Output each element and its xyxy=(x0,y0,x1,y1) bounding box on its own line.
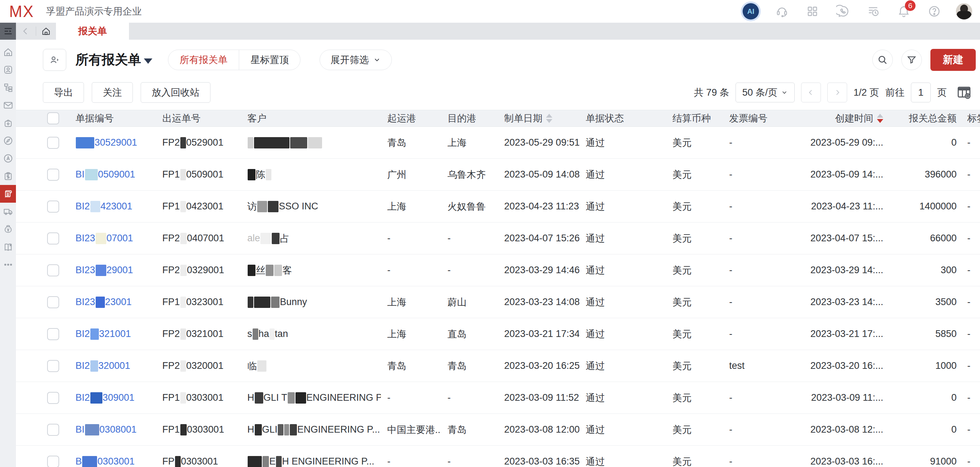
page-size-select[interactable]: 50 条/页 xyxy=(735,83,795,102)
doc-number-link[interactable]: BI2321001 xyxy=(75,328,131,340)
cell-text: 0303001 xyxy=(97,456,135,467)
doc-number-link[interactable]: BI0509001 xyxy=(75,169,135,180)
row-checkbox[interactable] xyxy=(47,392,59,404)
next-page-button[interactable] xyxy=(827,83,847,102)
doc-number-link[interactable]: BI2423001 xyxy=(75,201,132,212)
select-all-checkbox[interactable] xyxy=(47,112,59,124)
doc-number-link[interactable]: BI0308001 xyxy=(75,424,137,435)
tab-customs-declaration[interactable]: 报关单 xyxy=(56,23,129,40)
table-settings-icon xyxy=(956,84,972,100)
sidebar-item-more-dots-icon[interactable] xyxy=(0,256,16,274)
sidebar-item-clipboard-dollar-icon[interactable] xyxy=(0,167,16,185)
redaction-box xyxy=(180,392,186,403)
follow-button[interactable]: 关注 xyxy=(92,82,133,103)
column-header-currency: 结算币种 xyxy=(666,112,723,125)
cell-tag: - xyxy=(961,265,980,276)
doc-number-link[interactable]: BI2320001 xyxy=(75,360,130,372)
owner-filter-button[interactable] xyxy=(43,49,66,71)
cell-currency: 美元 xyxy=(666,200,723,213)
cell-tag: - xyxy=(961,169,980,180)
row-checkbox[interactable] xyxy=(47,296,59,308)
row-checkbox[interactable] xyxy=(47,233,59,244)
tab-bar: 报关单 xyxy=(0,23,980,40)
cell-check xyxy=(16,137,69,149)
sidebar-item-home-icon[interactable] xyxy=(0,43,16,61)
cell-ship: FP10323001 xyxy=(156,296,241,308)
create-button[interactable]: 新建 xyxy=(931,49,976,71)
cell-origin: - xyxy=(381,265,441,276)
cell-created: 2023-03-20 16:... xyxy=(790,360,888,371)
bell-icon[interactable]: 6 xyxy=(896,4,911,19)
export-button[interactable]: 导出 xyxy=(43,82,84,103)
row-checkbox[interactable] xyxy=(47,201,59,213)
redaction-box xyxy=(85,169,98,180)
divider xyxy=(36,27,36,36)
headset-icon[interactable] xyxy=(775,4,789,19)
cell-text: H xyxy=(247,424,255,435)
doc-number-link[interactable]: 30529001 xyxy=(75,137,137,148)
phone-icon[interactable] xyxy=(835,4,850,19)
user-avatar[interactable] xyxy=(956,3,972,19)
row-checkbox[interactable] xyxy=(47,456,59,467)
sidebar-item-money-bag-icon[interactable] xyxy=(0,220,16,238)
doc-number-link[interactable]: BI2329001 xyxy=(75,265,133,276)
sidebar-item-receipt-icon[interactable] xyxy=(0,185,16,203)
todo-clock-icon[interactable] xyxy=(866,4,881,19)
row-checkbox[interactable] xyxy=(47,328,59,340)
sidebar-item-ledger-icon[interactable] xyxy=(0,238,16,256)
app-grid-icon[interactable] xyxy=(805,4,820,19)
help-icon[interactable] xyxy=(927,4,942,19)
cell-origin: - xyxy=(381,233,441,244)
ai-badge-icon[interactable]: AI xyxy=(743,3,759,19)
segment-starred[interactable]: 星标置顶 xyxy=(239,50,300,70)
expand-filter-button[interactable]: 展开筛选 xyxy=(320,49,392,70)
table-row: BI2309001FP10303001HGLI TENGINEERING P..… xyxy=(16,382,980,414)
home-tab-icon[interactable] xyxy=(41,26,51,36)
doc-number-link[interactable]: BI2307001 xyxy=(75,233,133,244)
goto-page-input[interactable] xyxy=(911,83,931,102)
row-checkbox[interactable] xyxy=(47,137,59,149)
table-row: BI2321001FP20321001shatan上海直岛2023-03-21 … xyxy=(16,318,980,350)
doc-number-link[interactable]: BI2323001 xyxy=(75,296,132,308)
cell-created: 2023-04-23 11:... xyxy=(790,201,888,212)
redaction-box xyxy=(180,169,186,180)
sidebar-item-circle-a-icon[interactable] xyxy=(0,150,16,167)
row-checkbox[interactable] xyxy=(47,360,59,372)
cell-ship: FP20407001 xyxy=(156,233,241,244)
sort-control-created[interactable] xyxy=(877,114,883,123)
redaction-box xyxy=(180,201,186,212)
sidebar-item-org-chart-icon[interactable] xyxy=(0,79,16,96)
cell-ship: FP0303001 xyxy=(156,456,241,467)
cell-date: 2023-03-08 12:00 xyxy=(498,424,579,435)
sidebar-item-truck-icon[interactable] xyxy=(0,203,16,220)
sidebar-item-mail-icon[interactable] xyxy=(0,96,16,114)
row-checkbox[interactable] xyxy=(47,424,59,436)
row-checkbox[interactable] xyxy=(47,264,59,276)
cell-text: ha xyxy=(259,328,269,339)
cell-text: 23001 xyxy=(105,296,132,308)
cell-ship: FP20529001 xyxy=(156,137,241,148)
row-checkbox[interactable] xyxy=(47,169,59,181)
redaction-box xyxy=(254,296,270,308)
view-title[interactable]: 所有报关单 xyxy=(75,51,152,69)
cell-invoice: - xyxy=(723,456,790,467)
top-header: MX 孚盟产品演示专用企业 AI6 xyxy=(0,0,980,23)
cell-amount: 1400000 xyxy=(888,201,961,212)
sidebar-collapse-button[interactable] xyxy=(0,23,16,40)
sort-control-date[interactable] xyxy=(546,114,552,123)
cell-text: s xyxy=(247,328,252,339)
filter-button[interactable] xyxy=(901,49,922,70)
sidebar-item-compass-icon[interactable] xyxy=(0,132,16,150)
prev-page-button[interactable] xyxy=(801,83,821,102)
column-settings-button[interactable] xyxy=(955,84,973,101)
doc-number-link[interactable]: BI2309001 xyxy=(75,392,135,403)
back-chevron-icon[interactable] xyxy=(21,26,31,36)
segment-all-declarations[interactable]: 所有报关单 xyxy=(168,50,239,70)
cell-check xyxy=(16,424,69,436)
doc-number-link[interactable]: B0303001 xyxy=(75,456,135,467)
sidebar-item-contact-icon[interactable] xyxy=(0,61,16,79)
recycle-bin-button[interactable]: 放入回收站 xyxy=(141,82,210,103)
sidebar-item-bag-heart-icon[interactable] xyxy=(0,114,16,132)
cell-currency: 美元 xyxy=(666,232,723,245)
search-button[interactable] xyxy=(872,49,893,70)
